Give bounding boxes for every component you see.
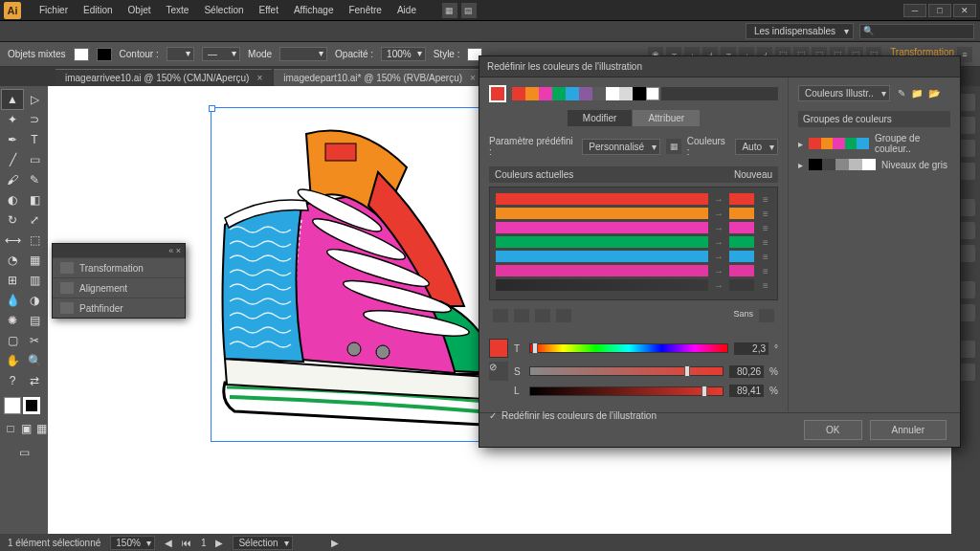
swatch[interactable] (512, 87, 525, 100)
tool-status[interactable]: Sélection (233, 536, 292, 550)
fill-swatch[interactable] (74, 48, 89, 61)
pen-tool[interactable]: ✒ (2, 130, 23, 149)
panel-row-transform[interactable]: Transformation (53, 257, 185, 277)
colors-dropdown[interactable]: Auto (735, 139, 778, 155)
lum-slider[interactable] (529, 386, 724, 396)
folder-new-icon[interactable]: 📂 (928, 88, 940, 99)
shape-builder-tool[interactable]: ◔ (2, 251, 23, 270)
color-row[interactable]: →≡ (496, 222, 771, 233)
eraser-tool[interactable]: ◧ (24, 190, 45, 209)
slice-tool[interactable]: ✂ (24, 331, 45, 350)
direct-selection-tool[interactable]: ▷ (24, 90, 45, 109)
color-row-gray[interactable]: →≡ (496, 279, 771, 291)
scroll-right-icon[interactable]: ▶ (331, 538, 339, 548)
minimize-button[interactable]: ─ (903, 4, 926, 17)
draw-mode-behind[interactable]: ▣ (19, 419, 33, 438)
exclude-icon[interactable] (535, 309, 550, 322)
dialog-titlebar[interactable]: Redéfinir les couleurs de l'illustration (479, 56, 960, 77)
stroke-color[interactable] (23, 397, 40, 414)
expand-icon[interactable]: ▸ (798, 139, 803, 149)
split-icon[interactable] (514, 309, 529, 322)
symbol-sprayer-tool[interactable]: ✺ (2, 311, 23, 330)
pencil-tool[interactable]: ✎ (24, 170, 45, 189)
close-tab-icon[interactable]: × (256, 73, 262, 83)
recolor-checkbox-row[interactable]: ✓ Redéfinir les couleurs de l'illustrati… (489, 410, 778, 421)
draw-mode-inside[interactable]: ▦ (34, 419, 48, 438)
blend-tool[interactable]: ◑ (24, 291, 45, 310)
new-color-swatch[interactable] (729, 251, 754, 262)
maximize-button[interactable]: □ (928, 4, 951, 17)
swatch[interactable] (579, 87, 592, 100)
line-tool[interactable]: ╱ (2, 150, 23, 169)
new-color-swatch[interactable] (729, 193, 754, 205)
workspace-dropdown[interactable]: Les indispensables (746, 23, 854, 39)
hue-slider[interactable] (529, 343, 728, 353)
rectangle-tool[interactable]: ▭ (24, 150, 45, 169)
swatch[interactable] (619, 87, 633, 100)
color-row[interactable]: →≡ (496, 236, 771, 248)
magic-wand-tool[interactable]: ✦ (2, 110, 23, 129)
gradient-tool[interactable]: ▥ (24, 271, 45, 290)
ok-button[interactable]: OK (804, 420, 861, 440)
fill-color[interactable] (4, 397, 21, 414)
close-tab-icon[interactable]: × (470, 73, 476, 83)
drag-handle-icon[interactable]: ≡ (760, 237, 771, 248)
menu-effet[interactable]: Effet (253, 2, 285, 18)
hand-tool[interactable]: ✋ (2, 351, 23, 370)
nav-prev-icon[interactable]: ◀ (165, 538, 172, 548)
screen-mode[interactable]: ▭ (2, 443, 46, 462)
stroke-weight-dropdown[interactable] (167, 47, 194, 61)
edit-icon[interactable]: ✎ (898, 88, 905, 99)
collapse-icon[interactable]: « × (168, 246, 181, 255)
new-color-swatch[interactable] (729, 222, 754, 233)
folder-icon[interactable]: 📁 (911, 88, 923, 99)
sat-value[interactable]: 80,26 (729, 365, 764, 378)
tab-modifier[interactable]: Modifier (568, 110, 633, 126)
color-group-2[interactable]: ▸ Niveaux de gris (798, 159, 950, 170)
preset-menu-icon[interactable]: ▦ (666, 139, 681, 154)
search-input[interactable] (859, 24, 974, 39)
draw-mode-normal[interactable]: □ (4, 419, 17, 438)
color-row[interactable]: →≡ (496, 251, 771, 262)
drag-handle-icon[interactable]: ≡ (760, 209, 771, 219)
swatch[interactable] (552, 87, 566, 100)
color-row[interactable]: →≡ (496, 208, 771, 219)
layout-icon[interactable]: ▦ (442, 3, 457, 18)
panel-row-pathfinder[interactable]: Pathfinder (53, 298, 185, 318)
lasso-tool[interactable]: ⊃ (24, 110, 45, 129)
new-color-swatch[interactable] (729, 208, 754, 219)
width-tool[interactable]: ⟷ (2, 231, 23, 250)
document-tab-2[interactable]: imagedepart10.ai* @ 150% (RVB/Aperçu)× (274, 69, 485, 86)
preset-dropdown[interactable]: Personnalisé (582, 139, 660, 155)
new-color-swatch[interactable] (729, 236, 754, 248)
toggle-tool[interactable]: ⇄ (24, 371, 45, 390)
drag-handle-icon[interactable]: ≡ (760, 280, 771, 291)
swatch[interactable] (646, 87, 659, 100)
drag-handle-icon[interactable]: ≡ (760, 194, 771, 205)
stroke-style-dropdown[interactable]: — (202, 47, 240, 61)
eyedropper-tool[interactable]: 💧 (2, 291, 23, 310)
menu-texte[interactable]: Texte (160, 2, 196, 18)
artboard-tool[interactable]: ▢ (2, 331, 23, 350)
stroke-swatch[interactable] (97, 48, 112, 61)
menu-affichage[interactable]: Affichage (287, 2, 341, 18)
drag-handle-icon[interactable]: ≡ (760, 266, 771, 276)
perspective-tool[interactable]: ▦ (24, 251, 45, 270)
menu-fichier[interactable]: Fichier (33, 2, 75, 18)
expand-icon[interactable]: ▸ (798, 160, 803, 170)
sat-slider[interactable] (529, 366, 724, 376)
menu-edition[interactable]: Edition (77, 2, 120, 18)
layout-icon-2[interactable]: ▤ (461, 3, 477, 18)
menu-objet[interactable]: Objet (122, 2, 158, 18)
hue-value[interactable]: 2,3 (734, 342, 768, 355)
swatch[interactable] (606, 87, 619, 100)
link-icon[interactable]: ⊘ (489, 362, 508, 381)
color-group-1[interactable]: ▸ Groupe de couleur.. (798, 133, 950, 154)
opacity-dropdown[interactable]: 100% (381, 47, 426, 61)
tab-attribuer[interactable]: Attribuer (633, 110, 700, 126)
new-color-swatch[interactable] (729, 265, 754, 276)
zoom-tool[interactable]: 🔍 (24, 351, 45, 370)
close-button[interactable]: ✕ (953, 4, 976, 17)
sans-icon[interactable] (759, 309, 774, 322)
paintbrush-tool[interactable]: 🖌 (2, 170, 23, 189)
